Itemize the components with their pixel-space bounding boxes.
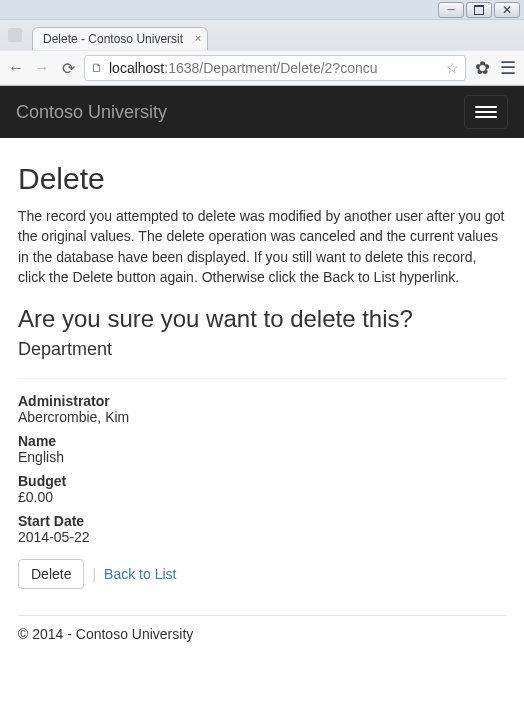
browser-tab-title: Delete - Contoso Universit [43, 32, 183, 46]
page-container: Delete The record you attempted to delet… [0, 138, 524, 662]
app-navbar: Contoso University [0, 86, 524, 138]
browser-chrome: ─ ✕ Delete - Contoso Universit × ← → ⟳ 🗋… [0, 0, 524, 86]
field-list: Administrator Abercrombie, Kim Name Engl… [18, 393, 506, 545]
reload-icon[interactable]: ⟳ [58, 58, 78, 78]
field-value-budget: £0.00 [18, 489, 506, 505]
tab-close-icon[interactable]: × [195, 32, 201, 44]
separator [18, 378, 506, 379]
concurrency-error-message: The record you attempted to delete was m… [18, 206, 506, 287]
footer-text: © 2014 - Contoso University [18, 626, 506, 642]
browser-tabstrip: Delete - Contoso Universit × [0, 20, 524, 50]
back-to-list-link[interactable]: Back to List [104, 566, 176, 582]
back-icon[interactable]: ← [6, 58, 26, 78]
actions-row: Delete | Back to List [18, 559, 506, 589]
field-value-administrator: Abercrombie, Kim [18, 409, 506, 425]
address-url-rest: :1638/Department/Delete/2?concu [164, 60, 377, 76]
forward-icon[interactable]: → [32, 58, 52, 78]
field-label-startdate: Start Date [18, 513, 506, 529]
address-url: localhost:1638/Department/Delete/2?concu [109, 60, 378, 76]
field-value-name: English [18, 449, 506, 465]
field-label-name: Name [18, 433, 506, 449]
window-close-button[interactable]: ✕ [494, 2, 520, 18]
field-value-startdate: 2014-05-22 [18, 529, 506, 545]
browser-tab[interactable]: Delete - Contoso Universit × [32, 27, 208, 50]
address-bar[interactable]: 🗋 localhost:1638/Department/Delete/2?con… [84, 55, 466, 81]
confirm-heading: Are you sure you want to delete this? [18, 305, 506, 333]
actions-divider: | [90, 566, 98, 582]
address-url-host: localhost [109, 60, 164, 76]
bookmark-star-icon[interactable]: ☆ [446, 60, 459, 76]
navbar-toggle-button[interactable] [464, 95, 508, 129]
page-icon: 🗋 [91, 61, 103, 75]
window-minimize-button[interactable]: ─ [438, 2, 464, 18]
navbar-brand[interactable]: Contoso University [16, 102, 167, 123]
entity-heading: Department [18, 339, 506, 360]
field-label-budget: Budget [18, 473, 506, 489]
delete-button[interactable]: Delete [18, 559, 84, 589]
gear-icon[interactable]: ✿ [472, 58, 492, 78]
footer-separator [18, 615, 506, 616]
field-label-administrator: Administrator [18, 393, 506, 409]
browser-toolbar: ← → ⟳ 🗋 localhost:1638/Department/Delete… [0, 50, 524, 85]
menu-icon[interactable]: ☰ [498, 58, 518, 78]
window-titlebar: ─ ✕ [0, 0, 524, 20]
browser-favicon [8, 28, 22, 42]
window-maximize-button[interactable] [466, 2, 492, 18]
page-title: Delete [18, 162, 506, 196]
